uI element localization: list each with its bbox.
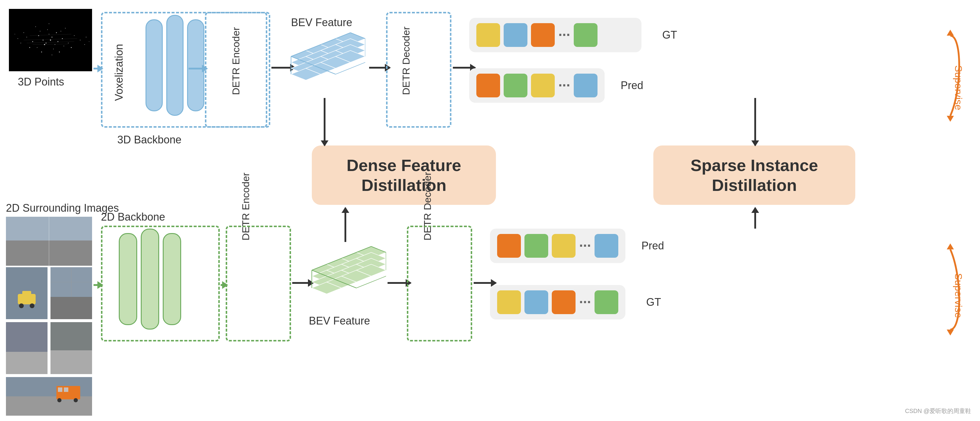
camera-image-mid-left2	[6, 322, 48, 374]
gt-bot-token-dots: ···	[579, 291, 591, 314]
pred-token-4	[574, 74, 598, 97]
arrow-sparse-to-pred	[754, 208, 756, 229]
bev-grid-top	[288, 30, 365, 95]
bb-green-block-1	[119, 233, 137, 325]
gt-token-3	[531, 23, 555, 47]
svg-rect-47	[18, 294, 36, 304]
sparse-distillation-label: Sparse Instance Distillation	[690, 155, 818, 195]
pred-label-top: Pred	[620, 79, 643, 92]
watermark: CSDN @爱听歌的周童鞋	[905, 407, 971, 415]
gt-token-dots: ···	[558, 23, 570, 47]
gt-token-2	[504, 23, 527, 47]
svg-point-15	[53, 49, 54, 49]
svg-point-18	[35, 26, 36, 27]
svg-point-35	[60, 31, 61, 32]
arrow-dense-to-bev	[345, 208, 346, 242]
svg-point-27	[89, 41, 89, 42]
camera-image-mid-right	[51, 267, 92, 319]
pred-token-3	[531, 74, 555, 97]
diagram-container: 3D Points 2D Surrounding Images	[0, 0, 980, 421]
svg-marker-87	[947, 116, 954, 122]
svg-marker-107	[947, 330, 954, 335]
gt-bot-token-2	[525, 291, 548, 314]
svg-point-12	[24, 32, 24, 33]
svg-point-33	[57, 41, 59, 42]
backbone-3d-label: 3D Backbone	[117, 133, 181, 146]
supervise-top: Supervise	[935, 30, 965, 126]
arrow-input-backbone-top	[94, 68, 102, 70]
gt-bot-token-1	[497, 291, 521, 314]
pred-label-bot: Pred	[641, 240, 664, 252]
svg-point-3	[56, 32, 57, 33]
svg-point-10	[29, 47, 30, 48]
svg-point-69	[74, 398, 78, 402]
svg-rect-48	[22, 291, 31, 295]
pred-token-1	[476, 74, 500, 97]
bev-grid-bot	[309, 243, 386, 309]
points-3d-image	[9, 9, 92, 71]
svg-point-4	[44, 44, 45, 45]
supervise-bot-label: Supervise	[953, 273, 964, 318]
detr-encoder-top-label: DETR Encoder	[230, 27, 242, 95]
svg-point-36	[37, 47, 37, 48]
gt-bot-token-3	[552, 291, 576, 314]
bb-green-block-3	[163, 233, 181, 325]
svg-point-37	[64, 46, 64, 46]
arrow-backbone-enc-top	[189, 68, 207, 70]
backbone-2d-blocks	[119, 233, 181, 330]
gt-row-bot: ··· GT	[490, 285, 625, 319]
svg-rect-60	[51, 350, 92, 374]
arrow-bev-to-dense	[324, 98, 326, 146]
svg-rect-66	[58, 388, 62, 392]
bev-feature-top-label: BEV Feature	[291, 16, 352, 29]
svg-point-68	[57, 398, 62, 402]
svg-point-6	[32, 41, 33, 42]
pred-row-top: ··· Pred	[469, 68, 605, 103]
svg-point-38	[52, 37, 52, 38]
arrow-dec-tokens-top	[453, 67, 475, 68]
svg-rect-58	[6, 322, 48, 352]
pred-bot-token-3	[552, 234, 576, 258]
svg-point-21	[84, 44, 85, 45]
svg-point-22	[49, 24, 49, 24]
svg-point-17	[59, 52, 60, 52]
bev-feature-bot-label: BEV Feature	[309, 315, 370, 327]
pred-token-2	[504, 74, 527, 97]
svg-point-34	[40, 31, 40, 32]
svg-point-23	[52, 55, 52, 55]
svg-point-14	[47, 29, 48, 30]
svg-point-1	[50, 40, 51, 41]
points-3d-label: 3D Points	[18, 76, 64, 88]
camera-image-mid-left	[6, 267, 48, 319]
bb-green-block-2	[141, 229, 159, 330]
svg-point-50	[30, 303, 35, 308]
pred-bot-token-2	[525, 234, 548, 258]
svg-point-11	[71, 47, 72, 48]
gt-label-bot: GT	[646, 296, 661, 308]
svg-point-7	[68, 43, 68, 43]
dense-distillation-box: Dense Feature Distillation	[312, 146, 496, 205]
camera-image-bottom	[6, 377, 92, 416]
pred-token-dots: ···	[558, 74, 570, 97]
gt-label-top: GT	[662, 29, 677, 41]
detr-encoder-bot-label: DETR Encoder	[240, 173, 251, 240]
sparse-distillation-box: Sparse Instance Distillation	[653, 146, 855, 205]
svg-point-40	[55, 44, 55, 45]
svg-point-5	[62, 38, 63, 39]
svg-point-39	[46, 43, 47, 44]
svg-point-8	[26, 37, 27, 37]
svg-point-13	[80, 40, 81, 40]
svg-rect-61	[51, 322, 92, 350]
svg-point-25	[86, 37, 86, 37]
svg-point-26	[14, 34, 15, 35]
gt-token-4	[574, 23, 598, 47]
bb-block-1	[145, 19, 163, 111]
svg-rect-67	[64, 388, 68, 392]
gt-bot-token-4	[595, 291, 618, 314]
svg-point-24	[18, 38, 18, 39]
svg-rect-52	[51, 297, 92, 319]
gt-row-top: ··· GT	[469, 18, 641, 52]
svg-point-41	[49, 34, 49, 35]
detr-encoder-bot-box	[226, 226, 291, 342]
arrow-input-backbone-bot	[94, 284, 102, 286]
